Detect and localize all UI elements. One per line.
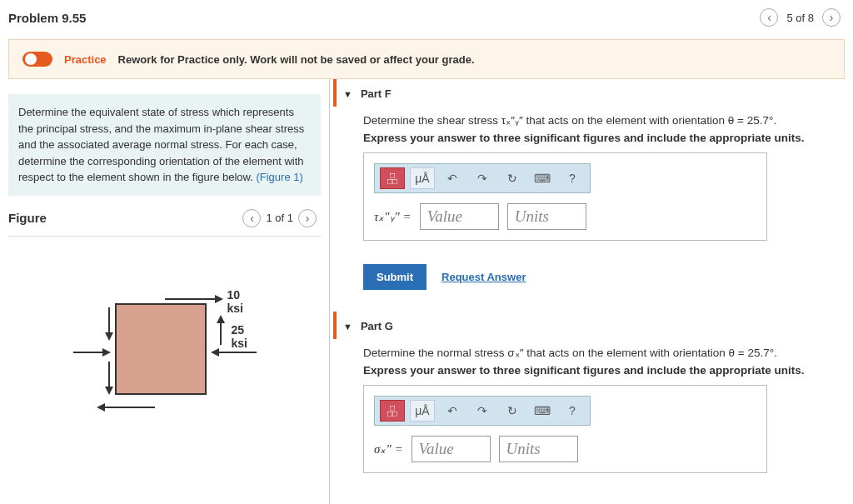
answer-symbol: τₓ″ᵧ″ = xyxy=(374,209,412,224)
keyboard-button[interactable]: ⌨ xyxy=(530,167,555,189)
keyboard-button[interactable]: ⌨ xyxy=(530,400,555,422)
template-button[interactable]: □□□ xyxy=(380,400,405,422)
redo-button[interactable]: ↷ xyxy=(470,167,495,189)
help-button[interactable]: ? xyxy=(560,167,585,189)
next-problem-button[interactable]: › xyxy=(822,8,841,27)
template-button[interactable]: □□□ xyxy=(380,167,405,189)
value-input[interactable]: Value xyxy=(412,436,491,462)
figure-prev-button[interactable]: ‹ xyxy=(242,209,261,227)
collapse-icon: ▼ xyxy=(343,322,352,332)
answer-box-f: □□□ μÅ ↶ ↷ ↻ ⌨ ? τₓ″ᵧ″ = Value Units xyxy=(363,152,767,241)
redo-button[interactable]: ↷ xyxy=(470,400,495,422)
part-g-instruction: Express your answer to three significant… xyxy=(363,364,841,377)
figure-next-button[interactable]: › xyxy=(298,209,317,227)
practice-banner: Practice Rework for Practice only. Work … xyxy=(8,39,845,79)
practice-text: Rework for Practice only. Work will not … xyxy=(118,53,475,66)
problem-prompt: Determine the equivalent state of stress… xyxy=(8,94,321,196)
reset-button[interactable]: ↻ xyxy=(500,167,525,189)
reset-button[interactable]: ↻ xyxy=(500,400,525,422)
part-g-question: Determine the normal stress σₓ″ that act… xyxy=(363,346,841,359)
problem-counter: 5 of 8 xyxy=(786,12,814,24)
units-symbol-button[interactable]: μÅ xyxy=(410,167,435,189)
part-f-header[interactable]: ▼ Part F xyxy=(333,79,841,107)
units-symbol-button[interactable]: μÅ xyxy=(410,400,435,422)
figure-heading: Figure xyxy=(8,211,47,225)
stress-diagram: 10 ksi 25 ksi xyxy=(73,270,257,428)
units-input[interactable]: Units xyxy=(507,203,586,230)
submit-button[interactable]: Submit xyxy=(363,264,426,290)
request-answer-link[interactable]: Request Answer xyxy=(441,271,526,283)
practice-toggle[interactable] xyxy=(22,52,52,67)
answer-box-g: □□□ μÅ ↶ ↷ ↻ ⌨ ? σₓ″ = Value Units xyxy=(363,385,767,473)
part-f-instruction: Express your answer to three significant… xyxy=(363,132,841,144)
undo-button[interactable]: ↶ xyxy=(440,167,465,189)
answer-toolbar: □□□ μÅ ↶ ↷ ↻ ⌨ ? xyxy=(374,396,591,426)
answer-toolbar: □□□ μÅ ↶ ↷ ↻ ⌨ ? xyxy=(374,163,591,193)
value-input[interactable]: Value xyxy=(420,203,499,230)
figure-link[interactable]: (Figure 1) xyxy=(256,171,302,183)
practice-label: Practice xyxy=(64,53,107,66)
prev-problem-button[interactable]: ‹ xyxy=(760,8,778,27)
units-input[interactable]: Units xyxy=(499,436,578,462)
part-f-question: Determine the shear stress τₓ″ᵧ″ that ac… xyxy=(363,113,841,127)
help-button[interactable]: ? xyxy=(560,400,585,422)
figure-counter: 1 of 1 xyxy=(266,212,293,224)
undo-button[interactable]: ↶ xyxy=(440,400,465,422)
problem-title: Problem 9.55 xyxy=(8,11,86,25)
collapse-icon: ▼ xyxy=(343,89,352,99)
answer-symbol: σₓ″ = xyxy=(374,442,403,457)
part-g-header[interactable]: ▼ Part G xyxy=(333,312,841,339)
